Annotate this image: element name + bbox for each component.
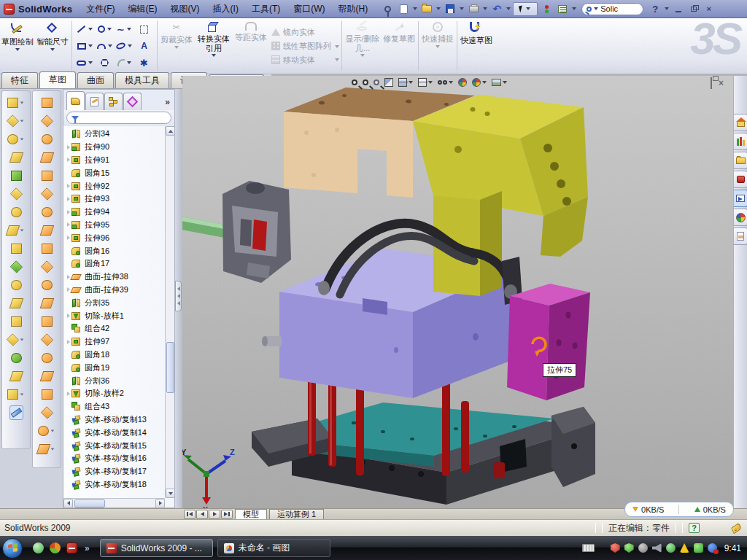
taskbar-task-1[interactable]: 未命名 - 画图 [217,539,330,557]
security-center-icon[interactable] [611,543,620,553]
menu-item-4[interactable]: 工具(T) [245,3,287,15]
reference-geometry-icon[interactable] [38,424,55,438]
ruled-surface-icon[interactable] [42,351,53,365]
tree-item[interactable]: 圆角17 [65,257,164,271]
replace-face-icon[interactable] [42,296,53,311]
quicklaunch-overflow-icon[interactable]: » [85,543,90,553]
offset-entities-button[interactable]: 等距实体 [233,18,268,74]
ribbon-tab-3[interactable]: 模具工具 [115,72,169,88]
tree-item[interactable]: 分割34 [65,128,164,141]
undo-dropdown-icon[interactable] [506,7,511,10]
file-explorer-tab[interactable] [734,152,747,169]
menu-item-5[interactable]: 窗口(W) [287,3,331,15]
text-tool-button[interactable]: A [134,38,154,55]
slot-tool-button[interactable] [75,55,95,71]
bend-icon[interactable] [42,260,53,274]
tree-item[interactable]: 拉伸90 [65,141,164,154]
tree-filter-input[interactable] [66,112,171,124]
tab-feature-manager[interactable] [66,91,85,110]
model-tab[interactable]: 模型 [235,509,267,519]
tree-item[interactable]: 组合43 [65,400,164,413]
filled-surface-icon[interactable] [42,205,53,219]
tree-item[interactable]: 实体-移动/复制15 [65,439,164,452]
quick-tips-icon[interactable]: ? [689,523,700,533]
spline-tools-icon[interactable] [38,442,55,456]
arc-tool-button[interactable] [95,38,115,55]
plane-icon[interactable] [11,351,22,365]
tree-item[interactable]: 拉伸94 [65,206,164,219]
zoom-to-fit-icon[interactable] [352,79,357,85]
edit-appearance-icon[interactable] [458,78,467,87]
ellipse-tool-button[interactable] [115,38,134,55]
curve-icon[interactable] [7,387,25,402]
first-tab-button[interactable] [184,510,196,519]
tree-item[interactable]: 组合42 [65,322,164,335]
vpn-icon[interactable] [666,543,676,553]
menu-item-3[interactable]: 插入(I) [206,3,245,15]
ribbon-tab-1[interactable]: 草图 [39,71,76,88]
open-dropdown-icon[interactable] [436,7,441,10]
volume-icon[interactable] [652,543,662,553]
expand-arrow-icon[interactable] [65,158,71,162]
freeform-icon[interactable] [42,168,53,183]
draft-icon[interactable] [11,205,22,219]
print-button[interactable] [466,2,481,15]
menu-item-1[interactable]: 编辑(E) [122,3,164,15]
thicken-icon[interactable] [42,241,53,256]
view-settings-icon[interactable] [492,79,507,86]
expand-arrow-icon[interactable] [65,145,71,149]
view-palette-tab[interactable] [734,190,747,207]
messenger-quicklaunch-icon[interactable] [33,542,44,553]
view-orientation-icon[interactable] [418,78,433,87]
apply-scene-icon[interactable] [472,78,487,87]
swept-surface-icon[interactable] [42,96,53,110]
menu-item-2[interactable]: 视图(V) [164,3,206,15]
expand-arrow-icon[interactable] [65,392,71,396]
tree-item[interactable]: 实体-移动/复制17 [65,465,164,478]
new-document-button[interactable] [396,2,411,15]
smart-dimension-dropdown-icon[interactable] [50,48,55,51]
graphics-viewport[interactable]: Y Z X × [182,76,733,508]
tree-item[interactable]: 拉伸95 [65,219,164,232]
tree-item[interactable]: 圆角16 [65,244,164,257]
solidworks-resources-tab[interactable] [734,114,747,131]
tree-item[interactable]: 曲面-拉伸38 [65,271,164,284]
custom-properties-tab[interactable] [734,228,747,245]
convert-entities-button[interactable]: 转换实体引用 [194,18,233,74]
move-entities-button[interactable]: 移动实体 [271,54,331,66]
scroll-up-button[interactable] [166,126,174,136]
circle-tool-button[interactable] [95,21,115,38]
antivirus-icon[interactable] [624,543,634,553]
new-dropdown-icon[interactable] [413,7,417,10]
tab-configuration-manager[interactable] [104,93,123,110]
repair-sketch-button[interactable]: + 修复草图 [382,18,417,74]
windows-update-icon[interactable] [638,543,648,553]
defender-icon[interactable] [694,543,703,553]
polygon-tool-button[interactable] [95,55,115,71]
swept-boss-icon[interactable] [11,150,22,165]
sketch-dropdown-icon[interactable] [15,48,20,51]
scroll-left-button[interactable] [63,499,73,508]
tab-dimxpert-manager[interactable] [123,93,142,110]
help-dropdown-icon[interactable] [665,7,669,10]
pin-icon[interactable] [380,2,395,15]
scroll-down-button[interactable] [166,489,174,498]
extend-surface-icon[interactable] [42,405,53,420]
pattern-flyout-icon[interactable] [335,45,339,48]
tree-item[interactable]: 拉伸97 [65,335,164,349]
deform-icon[interactable] [42,223,53,238]
spline-tool-button[interactable]: ∼ [115,21,134,38]
section-view-icon[interactable] [384,78,393,87]
tree-item[interactable]: 拉伸93 [65,192,164,206]
point-tool-button[interactable]: ✱ [134,55,154,71]
tree-horizontal-scrollbar[interactable] [63,498,165,508]
panel-tabs-overflow-button[interactable]: » [165,97,173,110]
boundary-boss-icon[interactable] [11,187,22,201]
tree-item[interactable]: 拉伸91 [65,154,164,167]
lofted-boss-icon[interactable] [11,168,22,183]
doc-restore-button[interactable] [711,79,712,88]
scrollbar-thumb[interactable] [166,342,174,393]
scroll-right-button[interactable] [155,499,165,508]
quick-snaps-button[interactable]: 快速捕捉 [420,18,455,74]
boss-revolve-icon[interactable] [7,114,25,128]
